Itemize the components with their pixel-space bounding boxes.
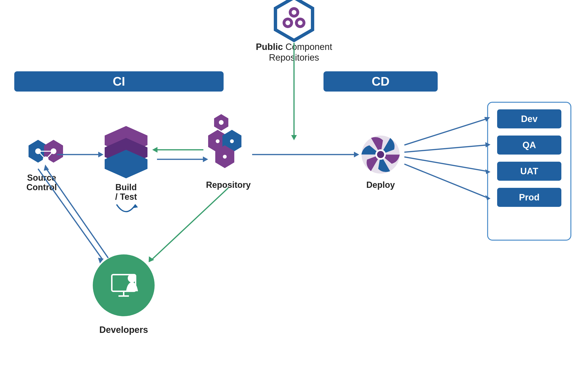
svg-rect-45 [488, 102, 571, 240]
svg-marker-11 [29, 140, 48, 163]
svg-text:QA: QA [523, 140, 536, 150]
svg-marker-33 [215, 145, 234, 168]
svg-marker-31 [222, 130, 241, 153]
svg-text:/ Test: / Test [115, 192, 137, 202]
svg-point-4 [286, 20, 290, 25]
svg-point-3 [283, 17, 293, 28]
developers-circle [93, 254, 155, 316]
diagram-svg: Public Component Repositories CI CD Sour… [0, 0, 588, 379]
svg-marker-29 [208, 130, 227, 153]
svg-marker-77 [149, 256, 154, 262]
svg-marker-69 [485, 169, 491, 174]
svg-point-14 [51, 148, 56, 154]
svg-point-43 [128, 274, 136, 283]
source-control-icon [29, 140, 63, 163]
svg-text:Developers: Developers [99, 325, 148, 335]
svg-marker-23 [105, 150, 147, 178]
svg-marker-71 [485, 195, 491, 200]
svg-text:UAT: UAT [520, 166, 538, 176]
svg-marker-57 [98, 152, 103, 158]
svg-line-17 [38, 151, 46, 159]
svg-marker-75 [44, 165, 49, 171]
svg-point-5 [295, 17, 305, 28]
svg-point-32 [230, 139, 234, 143]
svg-line-64 [404, 119, 486, 145]
svg-point-15 [43, 157, 48, 162]
svg-line-76 [152, 188, 228, 259]
cd-bar-label: CD [372, 74, 389, 88]
svg-point-2 [292, 10, 296, 15]
svg-rect-9 [14, 71, 223, 92]
svg-rect-40 [112, 275, 136, 291]
svg-rect-48 [497, 136, 561, 155]
svg-point-37 [375, 149, 386, 160]
svg-marker-0 [275, 0, 313, 40]
svg-marker-61 [203, 157, 208, 162]
svg-point-1 [289, 7, 299, 17]
svg-marker-55 [291, 135, 297, 140]
repository-icon [208, 114, 241, 168]
svg-line-68 [404, 157, 486, 171]
svg-point-28 [219, 120, 223, 125]
svg-line-72 [38, 169, 102, 259]
svg-line-66 [404, 145, 486, 152]
svg-marker-65 [484, 117, 490, 122]
deploy-icon [361, 136, 400, 174]
svg-rect-50 [497, 162, 561, 181]
svg-point-30 [216, 139, 220, 143]
svg-text:Source: Source [27, 173, 56, 183]
svg-point-6 [298, 20, 302, 25]
svg-text:Repository: Repository [206, 180, 251, 190]
svg-marker-67 [485, 142, 491, 147]
svg-rect-52 [497, 188, 561, 207]
svg-text:Prod: Prod [519, 192, 540, 202]
svg-marker-63 [354, 152, 359, 158]
svg-text:Deploy: Deploy [366, 180, 395, 190]
svg-marker-21 [105, 126, 147, 155]
build-test-icon [105, 126, 147, 178]
svg-text:Control: Control [26, 182, 57, 192]
svg-marker-12 [44, 140, 63, 163]
svg-marker-59 [152, 147, 158, 153]
svg-point-38 [377, 151, 384, 158]
svg-line-70 [404, 164, 486, 197]
diagram-container: Public Component Repositories CI CD Sour… [0, 0, 588, 379]
svg-line-18 [46, 151, 53, 159]
svg-point-13 [35, 148, 41, 154]
svg-text:Dev: Dev [521, 114, 538, 124]
ci-bar-label: CI [113, 74, 125, 88]
svg-marker-22 [105, 138, 147, 166]
svg-point-36 [362, 136, 400, 174]
svg-text:Build: Build [115, 182, 137, 192]
svg-marker-27 [214, 114, 228, 131]
svg-marker-26 [133, 205, 138, 208]
svg-rect-10 [323, 71, 438, 92]
svg-point-34 [223, 155, 227, 158]
svg-marker-73 [98, 258, 104, 263]
svg-rect-46 [497, 109, 561, 128]
svg-text:Repositories: Repositories [269, 53, 319, 63]
svg-line-74 [46, 169, 108, 258]
svg-text:Public Component: Public Component [256, 42, 332, 52]
